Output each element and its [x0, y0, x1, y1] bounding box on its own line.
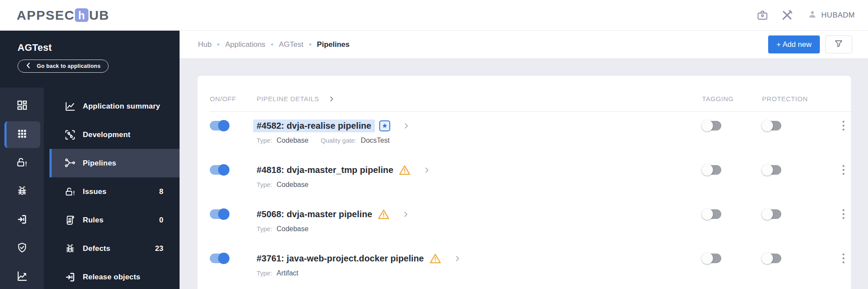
tools-icon[interactable] — [780, 9, 794, 22]
kebab-menu-icon[interactable] — [840, 253, 847, 289]
tagging-toggle[interactable] — [702, 121, 721, 130]
breadcrumb-separator-dot — [309, 43, 311, 46]
user-menu[interactable]: HUBADM — [808, 10, 855, 21]
pipeline-meta: Type: Codebase Quality gate: DocsTest — [257, 137, 702, 145]
rail-item-modules[interactable] — [0, 120, 44, 149]
pipeline-title-line[interactable]: #5068: dvja-master pipeline — [257, 208, 702, 221]
pipeline-meta: Type: Codebase — [257, 181, 702, 190]
chevron-right-icon[interactable] — [454, 255, 461, 262]
add-new-button[interactable]: + Add new — [768, 35, 820, 53]
pipeline-onoff-toggle[interactable] — [210, 254, 229, 263]
chevron-right-icon[interactable] — [423, 166, 430, 174]
type-label: Type: — [257, 181, 272, 188]
exit-icon — [16, 214, 28, 227]
rail-item-statistics[interactable] — [0, 263, 44, 289]
tagging-toggle[interactable] — [702, 165, 721, 175]
pipeline-onoff-toggle[interactable] — [210, 165, 229, 175]
logo-text-pre: APPSEC — [17, 8, 74, 23]
sidebar-item-application-summary[interactable]: Application summary — [44, 92, 180, 120]
rail-item-issues[interactable] — [0, 149, 44, 177]
pipeline-title[interactable]: #4818: dvja-master_tmp pipeline — [257, 165, 393, 175]
grid-icon — [17, 128, 28, 141]
pipeline-title[interactable]: #5068: dvja-master pipeline — [257, 209, 372, 219]
page-content: ON/OFF PIPELINE DETAILS TAGGING PROTECTI… — [180, 58, 868, 289]
breadcrumb-current-pipelines: Pipelines — [317, 40, 350, 49]
scroll-icon — [64, 215, 76, 226]
breadcrumb-separator-dot — [271, 43, 273, 46]
quality-gate-value: DocsTest — [361, 137, 390, 144]
column-header-tagging: TAGGING — [702, 95, 762, 102]
rail-item-defects[interactable] — [0, 177, 44, 206]
pipeline-title[interactable]: #4582: dvja-realise pipeline — [253, 120, 375, 132]
chevron-right-icon[interactable] — [402, 122, 410, 130]
pipeline-title[interactable]: #3761: java-web-project.docker pipeline — [257, 254, 424, 264]
type-value: Codebase — [276, 225, 308, 233]
type-value: Codebase — [276, 181, 308, 189]
top-actions: HUBADM — [756, 9, 855, 22]
pipeline-title-line[interactable]: #4582: dvja-realise pipeline — [257, 119, 702, 132]
bug-icon — [64, 243, 76, 254]
issues-count-badge: 8 — [159, 187, 163, 196]
pipeline-row: #5068: dvja-master pipeline Ty — [210, 200, 851, 244]
type-value: Codebase — [276, 137, 308, 144]
kebab-menu-icon[interactable] — [840, 164, 847, 200]
bug-icon — [16, 185, 28, 198]
pipeline-meta: Type: Codebase — [257, 225, 702, 234]
breadcrumb-separator-dot — [217, 43, 219, 46]
tagging-toggle[interactable] — [702, 254, 721, 263]
chevron-right-icon[interactable] — [328, 95, 335, 102]
pipeline-onoff-toggle[interactable] — [210, 121, 229, 130]
application-name: AGTest — [18, 42, 180, 53]
sidebar-item-release-objects[interactable]: Release objects — [44, 263, 180, 289]
sidebar-menu: Application summary Development — [44, 88, 180, 289]
exit-icon — [64, 271, 76, 283]
sidebar-item-rules[interactable]: Rules 0 — [44, 206, 180, 234]
breadcrumb-applications[interactable]: Applications — [225, 40, 265, 49]
protection-toggle[interactable] — [762, 209, 781, 219]
logo-text-post: UB — [89, 8, 109, 23]
briefcase-icon[interactable] — [756, 9, 769, 22]
column-header-onoff: ON/OFF — [210, 95, 257, 102]
rules-count-badge: 0 — [159, 216, 163, 225]
go-back-button[interactable]: Go back to applications — [18, 60, 109, 73]
dashboard-icon — [16, 99, 28, 113]
protection-toggle[interactable] — [762, 165, 781, 175]
user-icon — [808, 10, 817, 21]
breadcrumb-agtest[interactable]: AGTest — [279, 40, 303, 49]
appsechub-logo[interactable]: APPSEC h UB — [17, 8, 109, 23]
sidebar-item-label: Application summary — [83, 102, 160, 111]
sidebar-item-defects[interactable]: Defects 23 — [44, 234, 180, 263]
quality-gate-label: Quality gate: — [321, 137, 356, 144]
breadcrumb-hub[interactable]: Hub — [198, 40, 212, 49]
sidebar-item-pipelines[interactable]: Pipelines — [49, 149, 180, 177]
sidebar-item-development[interactable]: Development — [44, 120, 180, 149]
protection-toggle[interactable] — [762, 121, 781, 130]
type-label: Type: — [257, 226, 272, 233]
table-header-row: ON/OFF PIPELINE DETAILS TAGGING PROTECTI… — [210, 76, 851, 112]
defects-count-badge: 23 — [155, 244, 163, 253]
filter-button[interactable] — [825, 35, 852, 53]
column-header-pipeline-details: PIPELINE DETAILS — [257, 95, 319, 102]
pipeline-onoff-toggle[interactable] — [210, 209, 229, 219]
breadcrumb: Hub Applications AGTest Pipelines — [198, 40, 349, 49]
tagging-toggle[interactable] — [702, 209, 721, 219]
rail-item-dashboard[interactable] — [0, 92, 44, 120]
rail-item-release-objects[interactable] — [0, 206, 44, 234]
pipeline-title-line[interactable]: #3761: java-web-project.docker pipeline — [257, 252, 702, 265]
warning-icon — [399, 165, 411, 176]
star-badge-icon[interactable] — [379, 120, 390, 131]
pipeline-title-line[interactable]: #4818: dvja-master_tmp pipeline — [257, 163, 702, 176]
chart-axis-icon — [16, 270, 28, 284]
protection-toggle[interactable] — [762, 254, 781, 263]
appsec-hub-app: APPSEC h UB — [0, 0, 868, 289]
breadcrumb-bar: Hub Applications AGTest Pipelines + Add … — [180, 31, 868, 58]
kebab-menu-icon[interactable] — [840, 208, 847, 244]
sidebar-item-issues[interactable]: Issues 8 — [44, 177, 180, 206]
sidebar-item-label: Issues — [83, 187, 106, 196]
unlock-alert-icon — [16, 157, 28, 170]
rail-item-security[interactable] — [0, 234, 44, 263]
chevron-right-icon[interactable] — [402, 211, 409, 218]
top-header-bar: APPSEC h UB — [0, 0, 868, 31]
kebab-menu-icon[interactable] — [840, 120, 847, 156]
type-label: Type: — [257, 270, 272, 277]
